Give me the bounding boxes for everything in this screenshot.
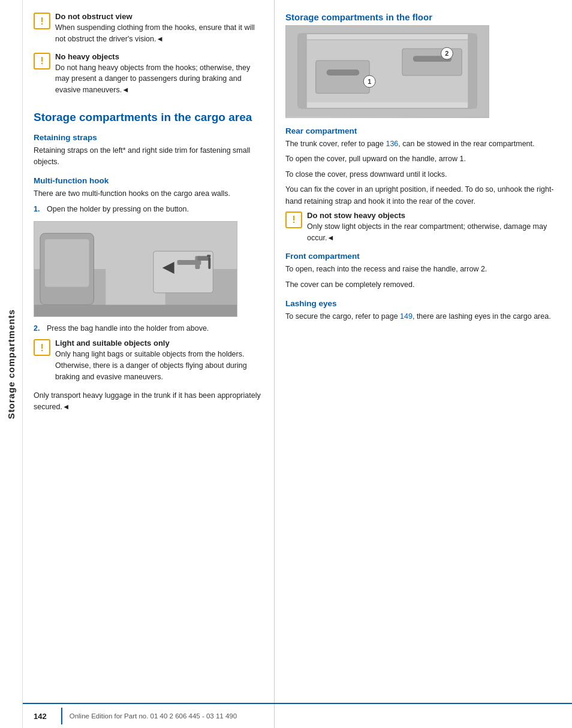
svg-text:1: 1 [368,78,371,85]
lashing-eyes-subtitle: Lashing eyes [285,299,561,308]
vertical-tab-label: Storage compartments [6,309,16,419]
lashing-eyes-link149[interactable]: 149 [400,312,413,321]
rear-compartment-subtitle: Rear compartment [285,126,561,135]
floor-compartments-subtitle: Storage compartments in the floor [285,12,561,22]
front-compartment-subtitle: Front compartment [285,252,561,261]
warning-light-objects: ! Light and suitable objects only Only h… [34,339,263,382]
svg-rect-26 [468,34,477,108]
warning-obstruct-view: ! Do not obstruct view When suspending c… [34,12,263,45]
warning2-body: Do not hang heavy objects from the hooks… [55,62,263,96]
retaining-straps-body: Retaining straps on the left* and right … [34,145,263,168]
svg-rect-16 [316,61,369,93]
closing-note: Only transport heavy luggage in the trun… [34,390,263,413]
svg-rect-12 [34,305,237,317]
rear-compartment-para3: To close the cover, press downward until… [285,169,561,180]
warning1-title: Do not obstruct view [55,12,263,21]
lashing-eyes-para1: To secure the cargo, refer to page 149, … [285,311,561,322]
svg-rect-17 [327,70,360,75]
rear-compartment-link136[interactable]: 136 [386,140,398,148]
step-1-number: 1. [34,204,47,215]
rear-compartment-para4: You can fix the cover in an upright posi… [285,184,561,207]
step-2-text: Press the bag handle into the holder fro… [47,323,209,334]
svg-text:2: 2 [445,50,448,57]
step-1-text: Open the holder by pressing on the butto… [47,204,189,215]
rear-compartment-para2: To open the cover, pull upward on the ha… [285,153,561,165]
warning-icon-2: ! [34,53,50,70]
svg-rect-9 [207,255,210,257]
warning3-body: Only hang light bags or suitable objects… [55,349,263,382]
section-cargo-title: Storage compartments in the cargo area [34,110,263,125]
right-column: Storage compartments in the floor 1 [275,0,572,728]
step-2: 2. Press the bag handle into the holder … [34,323,263,334]
warning3-title: Light and suitable objects only [55,339,263,348]
multi-function-hook-body: There are two multi-function hooks on th… [34,188,263,200]
front-compartment-para1: To open, reach into the recess and raise… [285,264,561,275]
floor-compartment-svg: 1 2 [286,25,489,117]
multi-function-hook-subtitle: Multi-function hook [34,176,263,185]
svg-rect-10 [208,257,210,269]
step-2-number: 2. [34,323,47,334]
footer-divider [61,708,62,724]
vertical-tab: Storage compartments [0,0,23,728]
svg-rect-25 [298,34,307,108]
warning-no-stow-heavy: ! Do not stow heavy objects Only stow li… [285,211,561,244]
step-1: 1. Open the holder by pressing on the bu… [34,204,263,215]
retaining-straps-subtitle: Retaining straps [34,133,263,142]
warning4-title: Do not stow heavy objects [307,211,561,220]
warning1-body: When suspending clothing from the hooks,… [55,22,263,45]
floor-compartment-image: 1 2 [285,25,489,118]
left-column: ! Do not obstruct view When suspending c… [23,0,275,728]
cargo-hooks-image [34,221,237,317]
warning2-title: No heavy objects [55,52,263,61]
rear-compartment-para1: The trunk cover, refer to page 136, can … [285,138,561,150]
cargo-hooks-svg [34,221,237,317]
main-content: ! Do not obstruct view When suspending c… [23,0,572,728]
warning-icon-1: ! [34,13,50,29]
warning-icon-4: ! [285,212,302,228]
warning4-body: Only stow light objects in the rear comp… [307,221,561,244]
page-number: 142 [34,712,47,721]
warning-heavy-objects: ! No heavy objects Do not hang heavy obj… [34,52,263,96]
front-compartment-para2: The cover can be completely removed. [285,279,561,291]
svg-rect-4 [45,239,89,287]
page-footer: 142 Online Edition for Part no. 01 40 2 … [23,703,572,728]
warning-icon-3: ! [34,339,50,356]
footer-text: Online Edition for Part no. 01 40 2 606 … [70,712,237,720]
